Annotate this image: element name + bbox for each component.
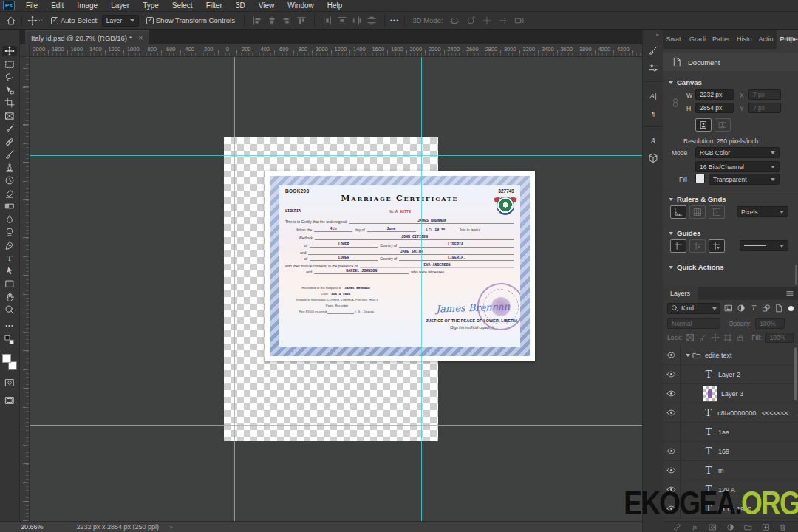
lock-guides-button[interactable] <box>689 239 706 253</box>
rulers-grids-section-header[interactable]: Rulers & Grids <box>669 195 726 203</box>
vertical-ruler[interactable] <box>20 57 30 521</box>
layer-row[interactable]: T Layer 2 <box>663 365 798 384</box>
tool-button[interactable] <box>2 266 17 276</box>
filter-pixel-layers-icon[interactable] <box>724 304 733 313</box>
layer-visibility-toggle[interactable] <box>663 442 681 460</box>
adjustment-layer-icon[interactable] <box>726 523 734 531</box>
link-layers-icon[interactable] <box>673 523 681 531</box>
layers-scrollbar[interactable] <box>794 347 797 400</box>
zoom-level-field[interactable]: 20.66% <box>21 523 44 531</box>
filter-toggle-pin[interactable] <box>788 306 794 311</box>
menu-item[interactable]: Edit <box>44 0 70 11</box>
menu-item[interactable]: Filter <box>200 0 229 11</box>
fill-opacity-value[interactable]: 100% <box>765 332 794 343</box>
tool-button[interactable] <box>2 98 17 108</box>
document-type-row[interactable]: Document <box>663 53 798 71</box>
layer-visibility-toggle[interactable] <box>663 403 681 422</box>
toggle-guides-button[interactable] <box>670 239 686 253</box>
layer-row[interactable]: T 169 <box>663 442 798 461</box>
layer-row[interactable]: T c8ta0000000...<<<<<<<<0 d <box>663 403 798 423</box>
panel-menu-icon[interactable] <box>782 30 798 49</box>
horizontal-guide-1[interactable] <box>30 155 642 156</box>
tool-button[interactable] <box>2 137 17 147</box>
height-input[interactable]: 2854 px <box>695 103 734 113</box>
tool-button[interactable] <box>2 59 17 69</box>
layer-visibility-toggle[interactable] <box>663 461 681 480</box>
width-input[interactable]: 2232 px <box>695 89 734 100</box>
menu-item[interactable]: 3D <box>229 0 252 11</box>
layer-visibility-toggle[interactable] <box>663 365 681 383</box>
color-mode-dropdown[interactable]: RGB Color <box>695 147 780 158</box>
layer-name[interactable]: 1aa <box>718 429 729 436</box>
tool-preset-chevron-icon[interactable] <box>38 16 44 25</box>
panel-tab[interactable]: Gradi <box>686 30 709 49</box>
close-tab-icon[interactable]: × <box>138 34 143 42</box>
quick-actions-section-header[interactable]: Quick Actions <box>669 263 724 271</box>
tool-button[interactable] <box>2 72 17 82</box>
tool-button[interactable] <box>2 240 17 250</box>
layers-tab[interactable]: Layers <box>663 287 698 300</box>
tool-button[interactable] <box>2 111 17 121</box>
tool-button[interactable] <box>2 175 17 185</box>
opacity-value[interactable]: 100% <box>755 318 785 329</box>
layer-row[interactable]: T m <box>663 461 798 480</box>
fill-swatch[interactable] <box>695 174 705 183</box>
lock-position-icon[interactable] <box>711 333 720 342</box>
tool-button[interactable] <box>2 292 17 302</box>
y-input[interactable]: 7 px <box>748 103 781 113</box>
home-icon[interactable] <box>6 16 16 26</box>
foreground-color-swatch[interactable] <box>2 354 11 363</box>
menu-item[interactable]: Window <box>281 0 321 11</box>
character-panel-icon[interactable]: A| <box>648 90 658 100</box>
tool-button[interactable] <box>2 85 17 95</box>
clear-guides-button[interactable] <box>709 239 725 253</box>
ruler-units-dropdown[interactable]: Pixels <box>737 206 788 217</box>
filter-type-layers-icon[interactable]: T <box>749 304 758 313</box>
x-input[interactable]: 7 px <box>748 89 781 100</box>
filter-adjustment-layers-icon[interactable] <box>737 304 746 313</box>
horizontal-ruler[interactable]: 2000180016001400120010008006004002000200… <box>30 44 642 57</box>
toggle-grid-button[interactable] <box>689 205 706 219</box>
tool-button[interactable] <box>2 149 17 160</box>
blend-mode-dropdown[interactable]: Normal <box>667 318 720 329</box>
panel-tab[interactable]: Swat. <box>663 30 686 49</box>
horizontal-guide-2[interactable] <box>30 425 642 426</box>
menu-item[interactable]: View <box>252 0 282 11</box>
filter-shape-layers-icon[interactable] <box>762 304 771 313</box>
guide-style-dropdown[interactable] <box>740 240 788 251</box>
tool-button[interactable] <box>2 279 17 289</box>
tool-button[interactable] <box>2 214 17 225</box>
menu-item[interactable]: Image <box>70 0 104 11</box>
panel-tab[interactable]: Histo <box>734 30 756 49</box>
edit-toolbar-button[interactable]: ••• <box>5 322 13 329</box>
layer-row[interactable]: T 1aa <box>663 423 798 442</box>
tool-button[interactable] <box>2 123 17 134</box>
layer-style-icon[interactable]: fx <box>691 523 699 531</box>
group-expand-icon[interactable] <box>686 354 690 359</box>
layer-name[interactable]: Layer 3 <box>721 390 743 398</box>
document-tab[interactable]: Italy id.psd @ 20.7% (RGB/16) * × <box>25 30 149 44</box>
screen-mode-icon[interactable] <box>4 395 15 406</box>
properties-scrollbar[interactable] <box>795 265 797 285</box>
layer-row[interactable]: T edite text <box>663 346 798 365</box>
bit-depth-dropdown[interactable]: 16 Bits/Channel <box>695 161 780 172</box>
default-colors-icon[interactable] <box>4 335 15 345</box>
tool-button[interactable] <box>2 46 17 56</box>
lock-transparency-icon[interactable] <box>686 333 695 342</box>
3d-panel-icon[interactable] <box>648 153 658 163</box>
tool-button[interactable] <box>2 188 17 199</box>
tool-button[interactable]: T <box>2 253 17 263</box>
delete-layer-icon[interactable] <box>779 523 787 531</box>
menu-item[interactable]: Layer <box>104 0 136 11</box>
expand-panels-icon[interactable]: » <box>656 32 659 38</box>
menu-item[interactable]: File <box>19 0 44 11</box>
menu-item[interactable]: Help <box>321 0 349 11</box>
glyphs-panel-icon[interactable]: A <box>648 135 658 146</box>
layer-name[interactable]: m <box>718 467 724 474</box>
layer-name[interactable]: 169 <box>718 448 729 455</box>
menu-item[interactable]: Select <box>166 0 200 11</box>
new-layer-icon[interactable] <box>762 523 770 531</box>
toggle-rulers-button[interactable] <box>670 205 686 219</box>
filter-smart-objects-icon[interactable] <box>774 304 783 313</box>
layer-name[interactable]: c8ta0000000...<<<<<<<<0 d <box>717 409 798 417</box>
